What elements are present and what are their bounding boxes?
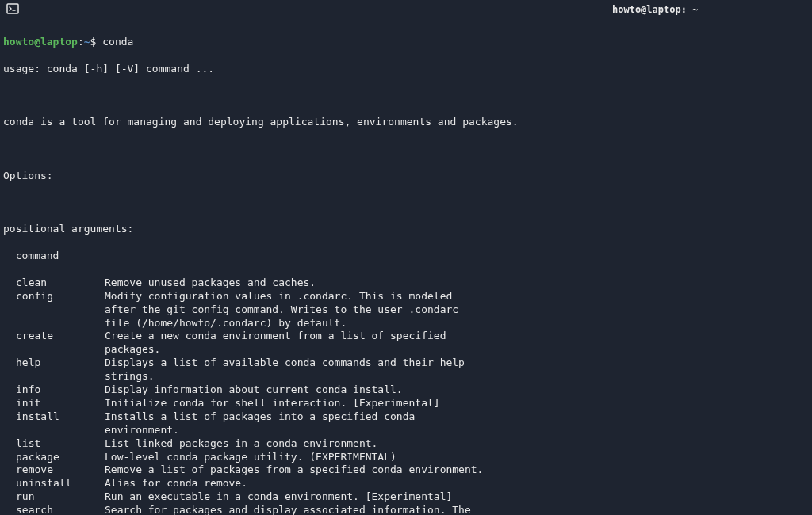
arg-name: help [3, 357, 105, 370]
positional-arg-row: removeRemove a list of packages from a s… [3, 464, 809, 477]
arg-name: config [3, 290, 105, 303]
positional-arg-row: configModify configuration values in .co… [3, 290, 809, 303]
positional-header: positional arguments: [3, 223, 809, 236]
positional-arg-row: listList linked packages in a conda envi… [3, 437, 809, 451]
arg-description: environment. [105, 424, 809, 437]
typed-command: conda [102, 36, 133, 48]
positional-arg-row: after the git config command. Writes to … [3, 303, 809, 317]
positional-arg-row: createCreate a new conda environment fro… [3, 330, 809, 343]
svg-rect-0 [7, 4, 18, 13]
positional-arg-row: helpDisplays a list of available conda c… [3, 357, 809, 370]
arg-name: install [3, 410, 105, 424]
terminal-output[interactable]: howto@laptop:~$ conda usage: conda [-h] … [0, 21, 812, 515]
arg-description: Modify configuration values in .condarc.… [105, 290, 809, 303]
positional-arg-row: file (/home/howto/.condarc) by default. [3, 317, 809, 330]
positional-arg-row: runRun an executable in a conda environm… [3, 490, 809, 504]
arg-description: Alias for conda remove. [105, 477, 809, 490]
prompt-path: ~ [84, 36, 90, 48]
terminal-icon [6, 3, 19, 17]
arg-name [3, 343, 105, 357]
arg-description: packages. [105, 343, 809, 357]
arg-name [3, 424, 105, 437]
blank [3, 196, 809, 210]
positional-arg-row: initInitialize conda for shell interacti… [3, 397, 809, 410]
arg-name: remove [3, 464, 105, 477]
arg-description: Remove a list of packages from a specifi… [105, 464, 809, 477]
prompt-dollar: $ [90, 36, 97, 48]
positional-arg-row: packageLow-level conda package utility. … [3, 451, 809, 464]
blank [3, 89, 809, 102]
arg-name [3, 303, 105, 317]
prompt-userhost: howto@laptop [3, 36, 78, 48]
arg-description: Search for packages and display associat… [105, 504, 809, 515]
arg-description: Low-level conda package utility. (EXPERI… [105, 451, 809, 464]
arg-description: Displays a list of available conda comma… [105, 357, 809, 370]
positional-arg-row: packages. [3, 343, 809, 357]
arg-description: List linked packages in a conda environm… [105, 437, 809, 451]
arg-name: run [3, 490, 105, 504]
window-titlebar: howto@laptop: ~ [0, 0, 812, 21]
arg-name: info [3, 383, 105, 397]
arg-name: package [3, 451, 105, 464]
arg-name: create [3, 330, 105, 343]
arg-description: Display information about current conda … [105, 383, 809, 397]
arg-name: list [3, 437, 105, 451]
arg-description: Create a new conda environment from a li… [105, 330, 809, 343]
positional-arg-row: uninstallAlias for conda remove. [3, 477, 809, 490]
prompt-separator: : [78, 36, 84, 48]
blank [3, 143, 809, 156]
arg-name: clean [3, 277, 105, 290]
positional-arg-row: strings. [3, 370, 809, 383]
arg-name [3, 370, 105, 383]
positional-arg-row: environment. [3, 424, 809, 437]
arg-description: Initialize conda for shell interaction. … [105, 397, 809, 410]
arg-name: search [3, 504, 105, 515]
arg-name [3, 317, 105, 330]
arg-description: Run an executable in a conda environment… [105, 490, 809, 504]
arg-name: init [3, 397, 105, 410]
arg-description: file (/home/howto/.condarc) by default. [105, 317, 809, 330]
positional-arg-row: cleanRemove unused packages and caches. [3, 277, 809, 290]
window-title: howto@laptop: ~ [612, 4, 698, 17]
usage-line: usage: conda [-h] [-V] command ... [3, 63, 809, 76]
positional-arg-row: installInstalls a list of packages into … [3, 410, 809, 424]
options-header: Options: [3, 170, 809, 183]
arg-description: Remove unused packages and caches. [105, 277, 809, 290]
arg-name: uninstall [3, 477, 105, 490]
positional-arg-row: infoDisplay information about current co… [3, 383, 809, 397]
arg-description: Installs a list of packages into a speci… [105, 410, 809, 424]
description-line: conda is a tool for managing and deployi… [3, 116, 809, 129]
prompt-line-1: howto@laptop:~$ conda [3, 36, 809, 49]
positional-arg-row: searchSearch for packages and display as… [3, 504, 809, 515]
command-label: command [3, 250, 809, 263]
arg-description: strings. [105, 370, 809, 383]
arg-description: after the git config command. Writes to … [105, 303, 809, 317]
